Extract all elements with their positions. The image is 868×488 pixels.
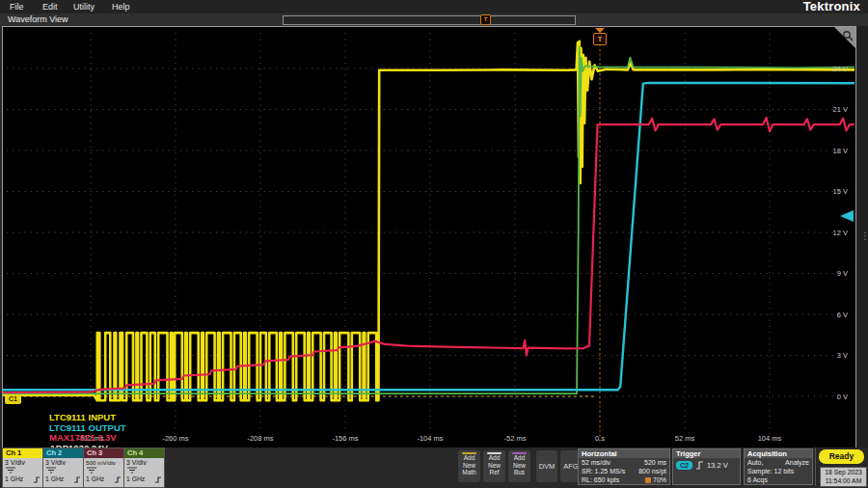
x-axis-label: -104 ms: [417, 434, 443, 443]
horizontal-panel[interactable]: Horizontal 52 ms/div520 ms SR: 1.25 MS/s…: [578, 448, 670, 485]
x-axis-label: 52 ms: [675, 434, 695, 443]
bottom-bar: Ch 1 3 V/div 1 GHz Ch 2 3 V/div 1 GHz Ch…: [0, 447, 868, 488]
tab-waveform-view[interactable]: Waveform View: [8, 14, 68, 26]
ch3-bandwidth: 1 GHz: [86, 474, 104, 483]
ch4-scale: 3 V/div: [126, 458, 162, 467]
ch1-scale: 3 V/div: [5, 458, 41, 467]
y-axis-label: 12 V: [833, 229, 848, 237]
x-axis-label: 0 s: [595, 434, 605, 443]
right-gutter: ⋮: [857, 26, 868, 447]
channel-badge-ch2[interactable]: Ch 2 3 V/div 1 GHz: [42, 447, 84, 488]
y-axis-label: 21 V: [833, 105, 848, 114]
x-axis-label: -52 ms: [504, 434, 527, 443]
ch2-scale: 3 V/div: [45, 458, 81, 467]
overview-trigger-marker[interactable]: T: [480, 14, 491, 25]
bandwidth-icon: [73, 475, 81, 483]
drag-handle-icon[interactable]: ⋮: [860, 233, 868, 239]
acquisition-panel[interactable]: Acquisition Auto,Analyze Sample: 12 bits…: [744, 448, 813, 485]
tektronix-logo: Tektronix: [803, 0, 860, 14]
ready-status-badge: Ready: [819, 449, 864, 464]
trigger-source-badge: C2: [676, 461, 692, 470]
ground-coupling-icon: [86, 467, 122, 474]
y-axis-label: 24 V: [833, 65, 848, 73]
x-axis-label: -260 ms: [162, 434, 188, 443]
menu-bar: File Edit Utility Help Tektronix: [0, 0, 868, 14]
divider: [815, 447, 816, 486]
y-axis-label: 18 V: [833, 147, 848, 155]
ground-coupling-icon: [126, 467, 162, 474]
menu-file[interactable]: File: [10, 0, 24, 14]
bandwidth-icon: [33, 475, 41, 483]
trigger-level-arrow[interactable]: [840, 210, 854, 222]
y-axis-label: 3 V: [837, 351, 848, 360]
waveform-plot: -312 ms-260 ms-208 ms-156 ms-104 ms-52 m…: [3, 27, 855, 447]
tab-bar: Waveform View T: [0, 14, 868, 26]
bandwidth-icon: [114, 475, 122, 483]
menu-utility[interactable]: Utility: [73, 0, 95, 14]
y-axis-label: 6 V: [837, 311, 848, 319]
waveform-display[interactable]: -312 ms-260 ms-208 ms-156 ms-104 ms-52 m…: [2, 26, 856, 448]
trigger-panel[interactable]: Trigger C2 13.2 V: [672, 448, 741, 485]
y-axis-label: 15 V: [833, 187, 848, 196]
datetime-display: 18 Sep 2023 11:54:00 AM: [820, 467, 867, 487]
x-axis-label: -156 ms: [332, 434, 358, 443]
trigger-level: 13.2 V: [707, 461, 728, 470]
pan-position-icon: [645, 477, 651, 483]
menu-edit[interactable]: Edit: [42, 0, 58, 14]
dvm-button[interactable]: DVM: [536, 450, 557, 482]
ch1-bandwidth: 1 GHz: [5, 474, 23, 483]
x-axis-label: 104 ms: [758, 434, 782, 443]
trace-ch4: [3, 46, 854, 393]
y-axis-label: 9 V: [837, 269, 848, 278]
add-new-bus-button[interactable]: Add New Bus: [508, 450, 530, 482]
horizontal-position-scrollbar[interactable]: T: [283, 15, 576, 25]
ch1-ground-marker[interactable]: C1: [5, 394, 21, 404]
x-axis-label: -208 ms: [247, 434, 273, 443]
trace-ch3: [3, 118, 854, 393]
channel-badge-ch3[interactable]: Ch 3 500 mV/div 1 GHz: [83, 447, 124, 488]
channel-badge-ch4[interactable]: Ch 4 3 V/div 1 GHz: [123, 447, 165, 488]
ch2-bandwidth: 1 GHz: [45, 474, 64, 483]
ground-coupling-icon: [5, 467, 41, 474]
trace-ch2: [3, 83, 854, 390]
time: 11:54:00 AM: [821, 476, 866, 485]
trigger-position-marker[interactable]: T: [593, 28, 607, 45]
channel-badge-ch1[interactable]: Ch 1 3 V/div 1 GHz: [2, 447, 43, 488]
rising-edge-icon: [695, 461, 704, 470]
date: 18 Sep 2023: [821, 468, 866, 476]
add-new-math-button[interactable]: Add New Math: [458, 450, 480, 482]
legend-ch1: LTC9111 INPUT: [49, 413, 126, 423]
y-axis-label: 0 V: [837, 393, 848, 401]
ch3-scale: 500 mV/div: [86, 458, 122, 467]
ch4-bandwidth: 1 GHz: [126, 474, 145, 483]
menu-help[interactable]: Help: [112, 0, 130, 14]
bandwidth-icon: [154, 475, 162, 483]
add-new-ref-button[interactable]: Add New Ref: [483, 450, 505, 482]
legend-ch3: MAX17671 3.3V: [49, 433, 126, 444]
ground-coupling-icon: [45, 467, 81, 474]
